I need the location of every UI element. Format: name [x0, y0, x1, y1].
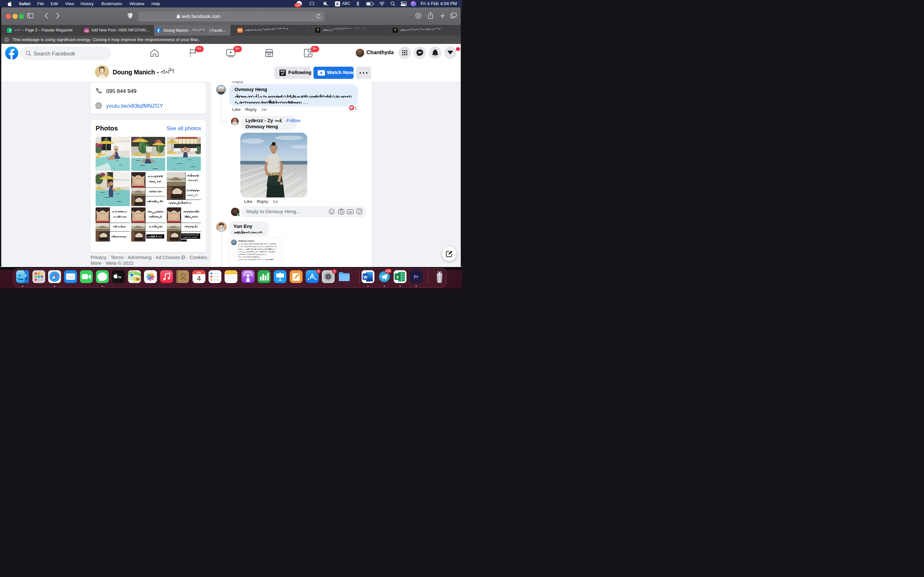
svg-text:tv: tv	[118, 275, 121, 279]
svg-text:Pr: Pr	[414, 274, 419, 279]
svg-text:W: W	[363, 275, 368, 279]
svg-text:X: X	[396, 275, 399, 279]
svg-text:280: 280	[136, 278, 140, 280]
svg-text:GIF: GIF	[349, 211, 352, 213]
svg-text:FEB: FEB	[197, 271, 201, 274]
svg-text:AMS: AMS	[84, 29, 89, 31]
svg-text:4: 4	[197, 274, 200, 282]
